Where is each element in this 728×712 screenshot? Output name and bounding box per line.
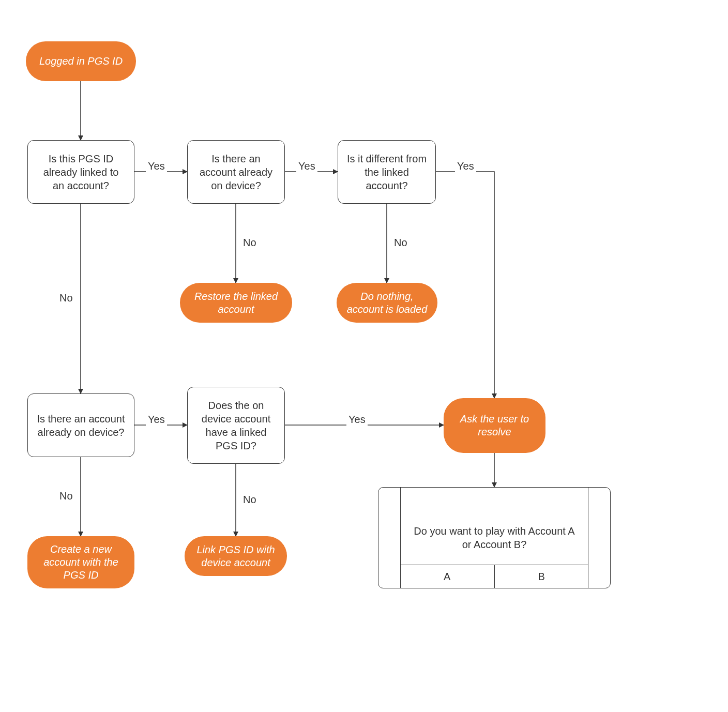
edge-q2-no: No: [241, 237, 259, 249]
dialog-prompt-label: Do you want to play with Account A or Ac…: [411, 524, 578, 551]
q5-label: Does the on device account have a linked…: [196, 399, 276, 452]
resolve-dialog: Do you want to play with Account A or Ac…: [378, 487, 611, 588]
dialog-button-a-label: A: [444, 571, 450, 583]
edge-q1-no: No: [57, 292, 75, 304]
q3-label: Is it different from the linked account?: [346, 152, 427, 192]
restore-label: Restore the linked account: [188, 290, 284, 316]
dialog-buttons: A B: [400, 565, 588, 588]
link-node: Link PGS ID with device account: [185, 536, 287, 576]
edge-q5-no: No: [241, 494, 259, 506]
q4-account-on-device: Is there an account already on device?: [27, 393, 134, 457]
q3-different-from-linked: Is it different from the linked account?: [338, 140, 436, 204]
donothing-label: Do nothing, account is loaded: [345, 290, 429, 316]
q4-label: Is there an account already on device?: [36, 412, 126, 439]
donothing-node: Do nothing, account is loaded: [337, 283, 437, 323]
resolve-node: Ask the user to resolve: [444, 398, 545, 453]
connectors-svg: [0, 0, 728, 712]
edge-q3-no: No: [392, 237, 410, 249]
edge-q3-yes: Yes: [455, 160, 476, 172]
dialog-button-b[interactable]: B: [494, 565, 589, 588]
start-label: Logged in PGS ID: [39, 55, 123, 68]
q2-account-on-device: Is there an account already on device?: [187, 140, 285, 204]
q1-label: Is this PGS ID already linked to an acco…: [36, 152, 126, 192]
create-node: Create a new account with the PGS ID: [27, 536, 134, 588]
edge-q4-yes: Yes: [146, 414, 167, 426]
dialog-button-a[interactable]: A: [400, 565, 494, 588]
start-node: Logged in PGS ID: [26, 41, 136, 81]
restore-node: Restore the linked account: [180, 283, 292, 323]
q5-device-has-linked-pgs: Does the on device account have a linked…: [187, 387, 285, 464]
edge-q4-no: No: [57, 490, 75, 502]
dialog-button-b-label: B: [538, 571, 545, 583]
q2-label: Is there an account already on device?: [196, 152, 276, 192]
edge-q5-yes: Yes: [346, 414, 368, 426]
q1-is-pgs-linked: Is this PGS ID already linked to an acco…: [27, 140, 134, 204]
link-label: Link PGS ID with device account: [193, 543, 279, 569]
edge-q1-yes: Yes: [146, 160, 167, 172]
resolve-label: Ask the user to resolve: [452, 413, 537, 438]
create-label: Create a new account with the PGS ID: [36, 543, 126, 582]
edge-q2-yes: Yes: [296, 160, 317, 172]
